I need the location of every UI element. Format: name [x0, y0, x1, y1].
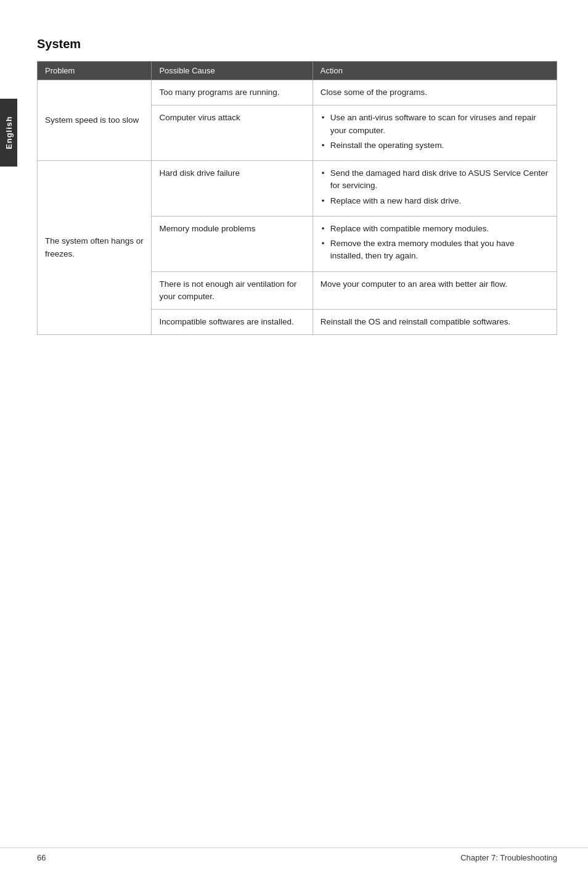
bullet-item: Replace with a new hard disk drive. — [321, 195, 549, 207]
bullet-item: Remove the extra memory modules that you… — [321, 237, 549, 263]
action-cell-software: Reinstall the OS and reinstall compatibl… — [312, 310, 557, 335]
table-row: System speed is too slow Too many progra… — [38, 80, 557, 105]
cause-cell-hdd: Hard disk drive failure — [152, 161, 312, 217]
problem-cell-slow: System speed is too slow — [38, 80, 152, 161]
cause-cell-memory: Memory module problems — [152, 216, 312, 271]
cause-cell-programs: Too many programs are running. — [152, 80, 312, 105]
action-bullets-virus: Use an anti-virus software to scan for v… — [321, 112, 549, 152]
main-content: System Problem Possible Cause Action Sys… — [37, 37, 557, 335]
bullet-item: Use an anti-virus software to scan for v… — [321, 112, 549, 137]
action-cell-memory: Replace with compatible memory modules. … — [312, 216, 557, 271]
table-row: The system often hangs or freezes. Hard … — [38, 161, 557, 217]
section-title: System — [37, 37, 557, 51]
header-problem: Problem — [38, 62, 152, 80]
table-header-row: Problem Possible Cause Action — [38, 62, 557, 80]
action-cell-hdd: Send the damaged hard disk drive to ASUS… — [312, 161, 557, 217]
cause-cell-ventilation: There is not enough air ventilation for … — [152, 271, 312, 310]
bullet-item: Replace with compatible memory modules. — [321, 223, 549, 235]
page-number: 66 — [37, 853, 46, 862]
troubleshooting-table: Problem Possible Cause Action System spe… — [37, 61, 557, 335]
action-cell-virus: Use an anti-virus software to scan for v… — [312, 105, 557, 161]
bullet-item: Send the damaged hard disk drive to ASUS… — [321, 167, 549, 192]
side-tab: English — [0, 99, 17, 167]
bullet-item: Reinstall the operating system. — [321, 139, 549, 152]
header-action: Action — [312, 62, 557, 80]
cause-cell-software: Incompatible softwares are installed. — [152, 310, 312, 335]
action-bullets-memory: Replace with compatible memory modules. … — [321, 223, 549, 263]
header-cause: Possible Cause — [152, 62, 312, 80]
action-bullets-hdd: Send the damaged hard disk drive to ASUS… — [321, 167, 549, 207]
cause-cell-virus: Computer virus attack — [152, 105, 312, 161]
chapter-label: Chapter 7: Troubleshooting — [460, 853, 557, 862]
problem-cell-hangs: The system often hangs or freezes. — [38, 161, 152, 335]
action-cell-ventilation: Move your computer to an area with bette… — [312, 271, 557, 310]
action-cell-close: Close some of the programs. — [312, 80, 557, 105]
page-footer: 66 Chapter 7: Troubleshooting — [0, 848, 588, 862]
side-tab-label: English — [4, 116, 14, 149]
